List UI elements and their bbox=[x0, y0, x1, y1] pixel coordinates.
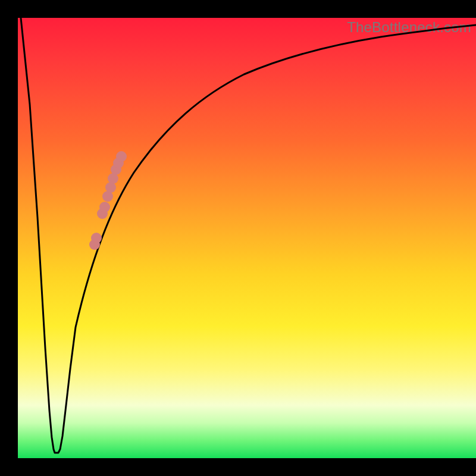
plot-area: TheBottleneck.com bbox=[18, 18, 476, 458]
series-marker bbox=[91, 233, 102, 243]
series-marker bbox=[99, 202, 110, 212]
curve-svg bbox=[18, 18, 476, 458]
series-marker bbox=[116, 151, 127, 162]
chart-frame: TheBottleneck.com bbox=[0, 0, 476, 476]
bottleneck-curve bbox=[21, 18, 476, 453]
